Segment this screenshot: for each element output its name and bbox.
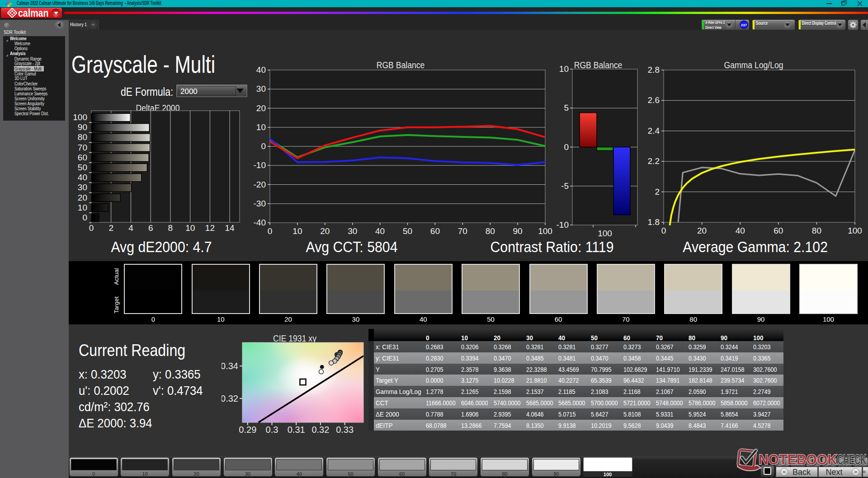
svg-text:5: 5	[564, 103, 569, 112]
svg-text:60: 60	[430, 226, 440, 236]
svg-text:70: 70	[458, 226, 467, 236]
svg-text:20: 20	[256, 103, 266, 113]
svg-text:2: 2	[655, 187, 660, 197]
svg-text:0.34: 0.34	[222, 361, 238, 371]
svg-text:90: 90	[513, 226, 523, 236]
svg-text:2.2: 2.2	[648, 156, 660, 166]
svg-text:6: 6	[148, 223, 153, 233]
svg-text:40: 40	[256, 66, 266, 75]
svg-text:0.3: 0.3	[266, 425, 278, 435]
svg-text:14: 14	[225, 223, 235, 233]
svg-text:10: 10	[292, 226, 302, 236]
svg-text:90: 90	[78, 122, 87, 132]
svg-text:30: 30	[348, 226, 357, 236]
svg-text:50: 50	[403, 226, 412, 236]
svg-text:60: 60	[774, 226, 783, 235]
svg-text:-5: -5	[561, 181, 569, 191]
svg-text:50: 50	[78, 163, 87, 172]
svg-text:-10: -10	[254, 160, 266, 170]
svg-text:10: 10	[559, 66, 569, 74]
svg-text:1.8: 1.8	[648, 217, 660, 227]
svg-text:80: 80	[486, 226, 495, 236]
svg-text:100: 100	[598, 229, 612, 237]
svg-text:-40: -40	[254, 218, 266, 227]
svg-text:60: 60	[78, 153, 87, 162]
svg-text:100: 100	[848, 226, 862, 235]
svg-text:2.8: 2.8	[648, 66, 660, 75]
svg-text:40: 40	[375, 226, 385, 236]
svg-text:-10: -10	[557, 220, 569, 230]
svg-text:30: 30	[78, 183, 87, 192]
svg-text:30: 30	[256, 84, 266, 94]
svg-text:80: 80	[78, 132, 87, 142]
svg-text:12: 12	[205, 223, 215, 233]
svg-text:8: 8	[168, 223, 173, 233]
svg-text:0: 0	[89, 223, 94, 233]
svg-text:10: 10	[185, 223, 195, 233]
svg-text:0.32: 0.32	[311, 425, 329, 435]
svg-text:2: 2	[108, 223, 113, 233]
svg-text:0.31: 0.31	[288, 425, 305, 435]
svg-text:0.29: 0.29	[239, 425, 256, 435]
svg-text:20: 20	[697, 226, 707, 235]
svg-text:CHECK: CHECK	[837, 452, 866, 468]
svg-text:0.33: 0.33	[336, 425, 354, 435]
svg-text:40: 40	[78, 173, 87, 182]
svg-text:20: 20	[320, 226, 330, 236]
svg-text:100: 100	[538, 226, 552, 236]
svg-text:0: 0	[564, 142, 569, 152]
svg-text:10: 10	[256, 122, 266, 132]
svg-text:0: 0	[268, 226, 273, 236]
svg-text:80: 80	[812, 226, 821, 235]
svg-text:2.6: 2.6	[648, 95, 660, 105]
svg-text:10: 10	[78, 203, 87, 212]
svg-text:40: 40	[736, 226, 745, 235]
svg-text:0: 0	[661, 226, 666, 235]
svg-text:2.4: 2.4	[648, 126, 660, 136]
svg-text:0.32: 0.32	[222, 394, 238, 403]
svg-text:0: 0	[82, 213, 87, 222]
svg-text:NOTEBOOK: NOTEBOOK	[759, 452, 838, 468]
svg-text:4: 4	[128, 223, 133, 233]
svg-text:70: 70	[78, 143, 87, 152]
svg-text:0: 0	[261, 141, 266, 151]
svg-text:-20: -20	[254, 180, 266, 189]
svg-text:-30: -30	[254, 199, 266, 208]
svg-text:20: 20	[78, 193, 87, 202]
svg-text:100: 100	[73, 112, 87, 122]
